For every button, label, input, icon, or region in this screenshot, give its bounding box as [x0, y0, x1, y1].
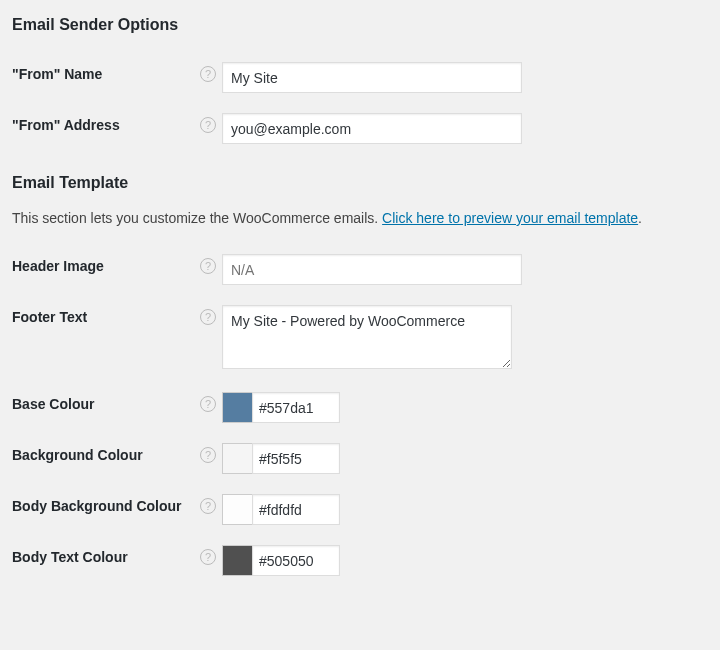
footer-text-input[interactable] [222, 305, 512, 369]
label-background-colour: Background Colour [12, 447, 143, 463]
row-from-name: "From" Name ? [12, 52, 708, 103]
row-body-text-colour: Body Text Colour ? [12, 535, 708, 586]
help-icon[interactable]: ? [200, 258, 216, 274]
help-icon[interactable]: ? [200, 498, 216, 514]
from-address-input[interactable] [222, 113, 522, 144]
label-body-text-colour: Body Text Colour [12, 549, 128, 565]
help-icon[interactable]: ? [200, 66, 216, 82]
background-colour-swatch[interactable] [222, 443, 252, 474]
header-image-input[interactable] [222, 254, 522, 285]
help-icon[interactable]: ? [200, 309, 216, 325]
template-options-table: Header Image ? Footer Text ? Base Colour… [12, 244, 708, 586]
row-header-image: Header Image ? [12, 244, 708, 295]
base-colour-input[interactable] [252, 392, 340, 423]
section-title-sender: Email Sender Options [12, 16, 708, 34]
body-text-colour-input[interactable] [252, 545, 340, 576]
row-background-colour: Background Colour ? [12, 433, 708, 484]
label-body-background-colour: Body Background Colour [12, 498, 182, 514]
label-footer-text: Footer Text [12, 309, 87, 325]
body-text-colour-swatch[interactable] [222, 545, 252, 576]
help-icon[interactable]: ? [200, 447, 216, 463]
section-title-template: Email Template [12, 174, 708, 192]
template-desc-text: This section lets you customize the WooC… [12, 210, 382, 226]
from-name-input[interactable] [222, 62, 522, 93]
help-icon[interactable]: ? [200, 396, 216, 412]
row-body-background-colour: Body Background Colour ? [12, 484, 708, 535]
row-base-colour: Base Colour ? [12, 382, 708, 433]
sender-options-table: "From" Name ? "From" Address ? [12, 52, 708, 154]
row-from-address: "From" Address ? [12, 103, 708, 154]
help-icon[interactable]: ? [200, 549, 216, 565]
background-colour-input[interactable] [252, 443, 340, 474]
body-background-colour-input[interactable] [252, 494, 340, 525]
help-icon[interactable]: ? [200, 117, 216, 133]
preview-template-link[interactable]: Click here to preview your email templat… [382, 210, 638, 226]
label-header-image: Header Image [12, 258, 104, 274]
label-base-colour: Base Colour [12, 396, 94, 412]
body-background-colour-swatch[interactable] [222, 494, 252, 525]
label-from-name: "From" Name [12, 66, 102, 82]
base-colour-swatch[interactable] [222, 392, 252, 423]
row-footer-text: Footer Text ? [12, 295, 708, 382]
label-from-address: "From" Address [12, 117, 120, 133]
template-description: This section lets you customize the WooC… [12, 210, 708, 226]
